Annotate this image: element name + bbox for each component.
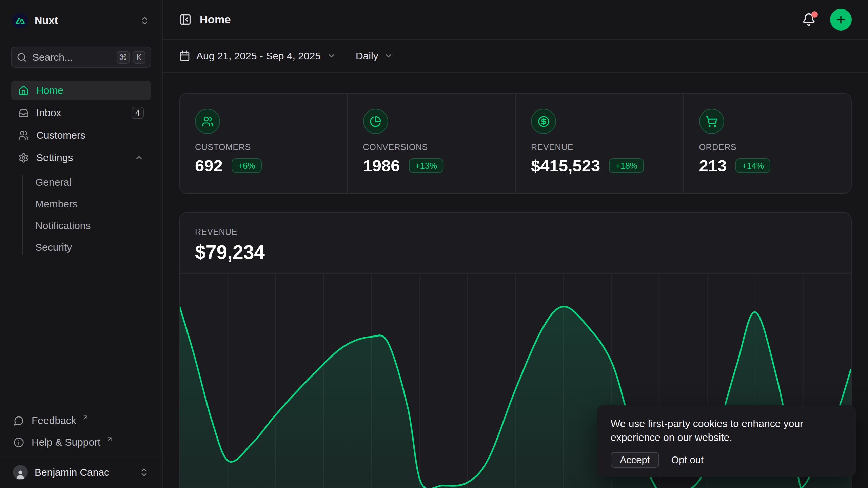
- user-name: Benjamin Canac: [35, 467, 109, 478]
- workspace-switcher[interactable]: Nuxt: [11, 13, 151, 28]
- nuxt-logo-icon: [12, 13, 28, 28]
- sidebar-item-settings[interactable]: Settings: [11, 148, 151, 167]
- sidebar-collapse-icon[interactable]: [179, 13, 192, 26]
- opt-out-button[interactable]: Opt out: [671, 454, 704, 466]
- search-placeholder: Search...: [32, 52, 73, 63]
- cookie-message-line2: experience on our website.: [611, 430, 843, 444]
- page-title: Home: [200, 13, 231, 26]
- stat-revenue[interactable]: REVENUE $415,523 +18%: [515, 94, 683, 193]
- message-circle-icon: [14, 415, 24, 426]
- chevron-down-icon: [384, 51, 393, 60]
- stat-value: 692: [195, 156, 223, 175]
- info-icon: [14, 437, 24, 448]
- unread-dot: [811, 11, 818, 18]
- stat-value: 1986: [363, 156, 400, 175]
- inbox-count-badge: 4: [132, 107, 144, 119]
- granularity-value: Daily: [356, 50, 378, 62]
- sidebar-item-label: Home: [36, 85, 63, 96]
- settings-children: General Members Notifications Security: [11, 173, 151, 257]
- stat-label: CONVERSIONS: [363, 142, 515, 152]
- sidebar-item-label: Settings: [36, 152, 73, 163]
- sidebar-item-members[interactable]: Members: [35, 195, 151, 214]
- stat-delta-badge: +14%: [735, 158, 770, 173]
- sidebar-footer: Feedback Help & Support: [11, 411, 151, 452]
- stat-delta-badge: +13%: [409, 158, 444, 173]
- external-link-icon: [82, 414, 89, 421]
- inbox-icon: [18, 108, 29, 118]
- revenue-chart-value: $79,234: [195, 241, 836, 263]
- stat-delta-badge: +18%: [609, 158, 644, 173]
- page-header: Home: [163, 0, 868, 40]
- stat-value: 213: [699, 156, 727, 175]
- home-icon: [18, 85, 29, 96]
- gear-icon: [18, 152, 29, 163]
- avatar: [13, 465, 28, 480]
- user-menu[interactable]: Benjamin Canac: [11, 458, 151, 488]
- filters-toolbar: Aug 21, 2025 - Sep 4, 2025 Daily: [163, 40, 868, 73]
- sidebar: Nuxt Search... ⌘ K Home Inbox 4: [0, 0, 163, 488]
- chevron-up-icon: [134, 153, 144, 162]
- shopping-cart-icon: [699, 109, 724, 134]
- stat-customers[interactable]: CUSTOMERS 692 +6%: [180, 94, 347, 193]
- stats-card: CUSTOMERS 692 +6% CONVERSIONS 1986 +13% …: [179, 93, 852, 194]
- stat-label: ORDERS: [699, 142, 851, 152]
- stat-conversions[interactable]: CONVERSIONS 1986 +13%: [347, 94, 515, 193]
- sidebar-item-general[interactable]: General: [35, 173, 151, 192]
- cookie-message-line1: We use first-party cookies to enhance yo…: [611, 416, 843, 430]
- calendar-icon: [179, 50, 190, 61]
- sidebar-nav: Home Inbox 4 Customers Settings Genera: [11, 81, 151, 257]
- date-range-picker[interactable]: Aug 21, 2025 - Sep 4, 2025: [179, 50, 336, 62]
- sidebar-item-inbox[interactable]: Inbox 4: [11, 103, 151, 123]
- stat-label: CUSTOMERS: [195, 142, 347, 152]
- kbd-cmd: ⌘: [117, 51, 130, 64]
- users-icon: [195, 109, 220, 134]
- sidebar-item-customers[interactable]: Customers: [11, 125, 151, 145]
- granularity-select[interactable]: Daily: [356, 50, 393, 62]
- help-support-link[interactable]: Help & Support: [11, 432, 151, 452]
- workspace-name: Nuxt: [35, 15, 58, 27]
- search-input[interactable]: Search... ⌘ K: [11, 47, 151, 68]
- kbd-k: K: [133, 51, 145, 64]
- chevron-down-icon: [327, 51, 336, 60]
- cookie-banner: We use first-party cookies to enhance yo…: [597, 405, 856, 477]
- stat-orders[interactable]: ORDERS 213 +14%: [683, 94, 851, 193]
- sidebar-item-notifications[interactable]: Notifications: [35, 216, 151, 235]
- accept-button[interactable]: Accept: [611, 452, 659, 468]
- stat-value: $415,523: [531, 156, 600, 175]
- date-range-value: Aug 21, 2025 - Sep 4, 2025: [196, 50, 321, 62]
- chevrons-up-down-icon: [139, 467, 149, 477]
- chevrons-up-down-icon: [140, 16, 150, 26]
- revenue-chart-label: REVENUE: [195, 227, 836, 237]
- sidebar-item-label: Inbox: [36, 107, 61, 119]
- feedback-link[interactable]: Feedback: [11, 411, 151, 430]
- pie-chart-icon: [363, 109, 388, 134]
- stat-delta-badge: +6%: [232, 158, 262, 173]
- external-link-icon: [106, 435, 113, 443]
- footer-item-label: Feedback: [32, 415, 76, 426]
- sidebar-item-label: Customers: [36, 129, 85, 141]
- add-button[interactable]: [830, 9, 852, 30]
- stat-label: REVENUE: [531, 142, 683, 152]
- footer-item-label: Help & Support: [32, 436, 100, 448]
- circle-dollar-icon: [531, 109, 556, 134]
- search-icon: [17, 52, 27, 62]
- sidebar-item-security[interactable]: Security: [35, 238, 151, 257]
- notifications-button[interactable]: [802, 13, 816, 26]
- sidebar-item-home[interactable]: Home: [11, 81, 151, 100]
- users-icon: [18, 130, 29, 141]
